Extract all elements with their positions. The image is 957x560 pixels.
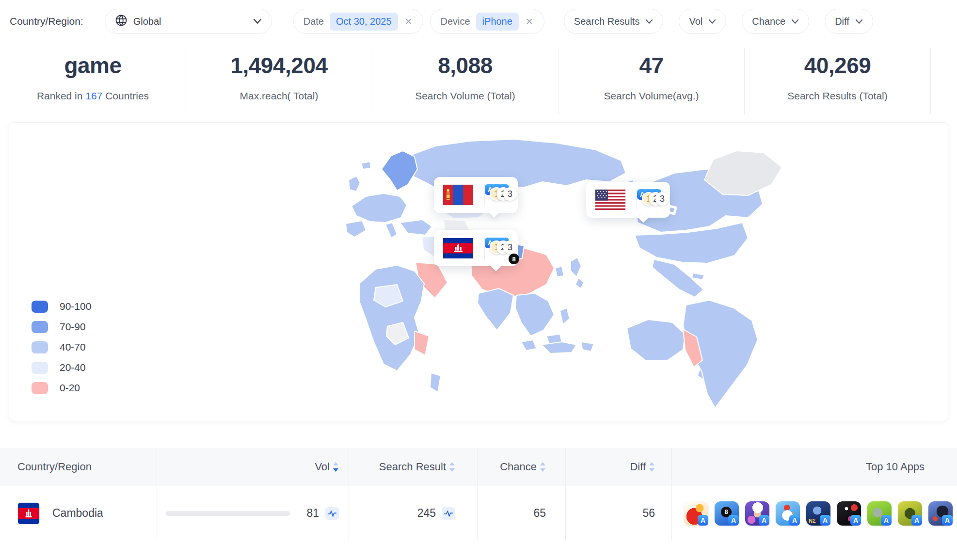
keyword-stats-row: gameRanked in 167 Countries1,494,204Max.…	[0, 48, 957, 114]
legend-swatch	[32, 382, 48, 394]
column-header-country-region: Country/Region	[0, 448, 157, 486]
stat-label-link[interactable]: 167	[85, 90, 102, 101]
filter-dropdown-label: Search Results	[574, 16, 640, 27]
date-filter-clear-icon[interactable]: ✕	[404, 17, 414, 26]
legend-swatch	[32, 341, 48, 353]
search-result-value: 245	[417, 507, 436, 520]
legend-range-label: 20-40	[60, 362, 86, 373]
app-icon-candy-crush[interactable]: A	[684, 501, 708, 526]
column-header-chance[interactable]: Chance	[478, 448, 566, 486]
app-store-badge-icon: A	[911, 515, 922, 526]
table-row-cambodia[interactable]: Cambodia812456556A8AAANΣAAAAA	[0, 486, 957, 541]
filter-dropdown-diff[interactable]: Diff	[825, 9, 873, 34]
app-icon-mobile-legends[interactable]: NΣA	[806, 501, 830, 526]
search-result-trend-icon[interactable]	[442, 507, 455, 520]
legend-swatch	[32, 321, 48, 333]
column-header-top-10-apps: Top 10 Apps	[672, 448, 957, 486]
vol-trend-icon[interactable]	[325, 507, 339, 520]
legend-range-label: 70-90	[60, 321, 86, 333]
filter-dropdown-chance[interactable]: Chance	[742, 9, 809, 34]
country-results-table: Country/RegionVolSearch ResultChanceDiff…	[0, 448, 957, 541]
cell-chance: 65	[478, 486, 566, 541]
column-label: Top 10 Apps	[866, 461, 925, 473]
stat-value: 40,269	[745, 52, 930, 79]
date-filter-label: Date	[303, 16, 324, 27]
map-region-australia	[627, 320, 685, 360]
mongolia-flag-icon	[443, 184, 474, 206]
diff-value: 56	[642, 507, 655, 520]
device-filter-label: Device	[440, 16, 470, 27]
rank-badge: 3	[655, 192, 669, 206]
country-select[interactable]: Global	[105, 9, 272, 34]
sort-icon	[333, 462, 339, 472]
stat-label: Search Volume(avg.)	[558, 90, 744, 102]
filter-dropdown-search-results[interactable]: Search Results	[564, 9, 664, 34]
filter-dropdown-label: Diff	[835, 16, 849, 27]
app-icon-plants-vs-zombies[interactable]: A	[867, 501, 892, 526]
chevron-down-icon	[645, 19, 653, 24]
device-filter[interactable]: Device iPhone ✕	[430, 9, 544, 34]
chevron-down-icon	[708, 19, 716, 24]
app-store-badge-icon: A	[820, 515, 830, 526]
filter-dropdown-vol[interactable]: Vol	[679, 9, 726, 34]
stat-label-text: Search Volume (Total)	[415, 90, 515, 101]
filter-dropdown-label: Vol	[689, 16, 702, 27]
country-select-value: Global	[133, 16, 247, 27]
usa-flag-icon	[595, 189, 626, 210]
date-filter-value[interactable]: Oct 30, 2025	[330, 13, 398, 31]
map-tooltip-mongolia[interactable]: 1A2A3A	[434, 177, 518, 213]
legend-item-0-20: 0-20	[32, 378, 91, 398]
legend-item-90-100: 90-100	[32, 296, 91, 317]
cell-vol: 81	[157, 486, 349, 541]
cell-search-result: 245	[349, 486, 478, 541]
table-header-row: Country/RegionVolSearch ResultChanceDiff…	[0, 448, 957, 486]
app-store-badge-icon: A	[942, 515, 953, 526]
billiard-8-glyph: 8	[509, 254, 519, 264]
map-region-africa	[359, 265, 424, 371]
column-label: Country/Region	[17, 461, 92, 473]
vol-value: 81	[303, 507, 319, 520]
app-icon-toon-blast[interactable]: A	[745, 501, 769, 526]
sort-icon	[449, 462, 455, 472]
column-header-search-result[interactable]: Search Result	[349, 448, 478, 486]
cell-top10-apps: A8AAANΣAAAAA	[672, 486, 957, 541]
device-filter-clear-icon[interactable]: ✕	[525, 17, 534, 26]
column-header-diff[interactable]: Diff	[566, 448, 672, 486]
stat-label: Ranked in 167 Countries	[0, 90, 186, 102]
legend-item-20-40: 20-40	[32, 357, 91, 378]
chevron-down-icon	[253, 18, 262, 24]
world-map-card: 90-10070-9040-7020-400-20 1A2A3A1A2A3A1A…	[9, 122, 948, 421]
app-store-badge-icon: A	[881, 515, 892, 526]
map-tooltip-usa[interactable]: 1A2A3A	[586, 182, 670, 218]
app-store-badge-icon: A	[789, 515, 800, 526]
app-icon-8-ball-pool[interactable]: 8A	[715, 501, 739, 526]
map-tooltip-cambodia[interactable]: 1A28A3A	[434, 230, 518, 266]
app-icon-dark-action[interactable]: A	[837, 501, 861, 526]
top10-apps-list: A8AAANΣAAAAA	[684, 501, 953, 526]
filter-dropdown-label: Chance	[752, 16, 785, 27]
device-filter-value[interactable]: iPhone	[476, 13, 519, 31]
stat-label-text: Search Results (Total)	[787, 90, 888, 101]
app-store-badge-icon: A	[698, 515, 708, 526]
country-region-label: Country/Region:	[10, 16, 83, 27]
stat-3: 47Search Volume(avg.)	[558, 48, 745, 114]
app-icon-ninja-blue[interactable]: A	[928, 501, 953, 526]
column-label: Search Result	[379, 461, 446, 473]
legend-item-40-70: 40-70	[32, 337, 91, 357]
stat-value: 47	[558, 52, 744, 79]
date-filter[interactable]: Date Oct 30, 2025 ✕	[293, 9, 424, 34]
app-store-badge-icon: A	[728, 515, 739, 526]
app-store-badge-icon: A	[850, 515, 861, 526]
chevron-down-icon	[855, 19, 863, 24]
column-label: Vol	[315, 461, 330, 473]
legend-swatch	[32, 362, 48, 374]
column-header-vol[interactable]: Vol	[157, 448, 349, 486]
stat-2: 8,088Search Volume (Total)	[372, 48, 558, 114]
app-icon-temple-run[interactable]: A	[898, 501, 922, 526]
filter-dropdowns: Search ResultsVolChanceDiff	[564, 9, 873, 34]
legend-range-label: 90-100	[60, 301, 91, 312]
app-icon-chicken-game[interactable]: A	[776, 501, 800, 526]
filter-bar: Country/Region: Global Date Oct 30, 2025…	[0, 0, 957, 41]
world-choropleth-map[interactable]	[9, 123, 948, 421]
stat-label-text: Max.reach( Total)	[240, 90, 319, 101]
